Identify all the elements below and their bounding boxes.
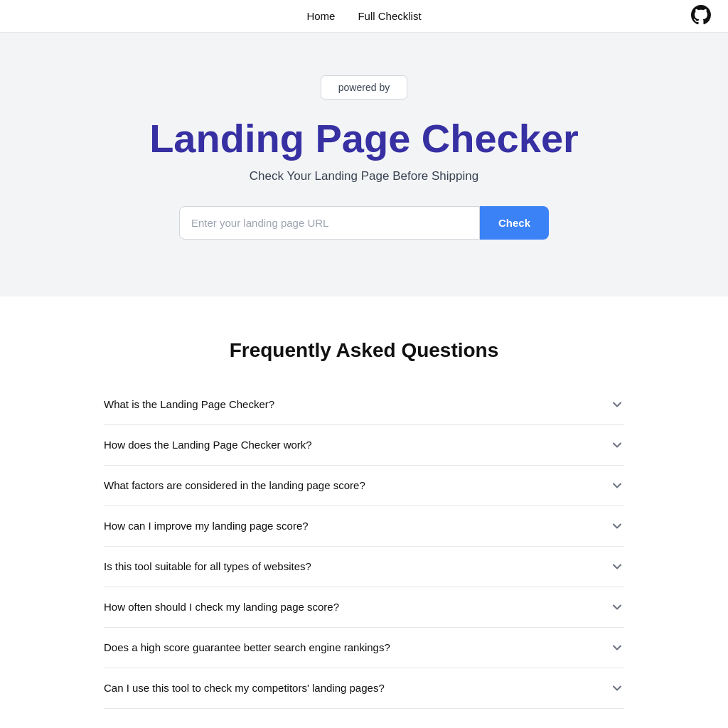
faq-section: Frequently Asked Questions What is the L… bbox=[87, 296, 641, 728]
navbar: Home Full Checklist bbox=[0, 0, 728, 33]
faq-item[interactable]: Does a high score guarantee better searc… bbox=[104, 628, 624, 668]
url-input[interactable] bbox=[179, 206, 480, 240]
faq-question: What factors are considered in the landi… bbox=[104, 479, 365, 491]
nav-full-checklist[interactable]: Full Checklist bbox=[358, 10, 421, 22]
chevron-down-icon bbox=[610, 600, 624, 614]
powered-by-badge: powered by bbox=[321, 75, 407, 100]
faq-question: Does a high score guarantee better searc… bbox=[104, 641, 390, 653]
chevron-down-icon bbox=[610, 478, 624, 493]
github-icon bbox=[691, 5, 711, 25]
chevron-down-icon bbox=[610, 519, 624, 533]
chevron-down-icon bbox=[610, 641, 624, 655]
check-button[interactable]: Check bbox=[480, 206, 549, 240]
faq-question: What is the Landing Page Checker? bbox=[104, 398, 274, 410]
search-row: Check bbox=[179, 206, 549, 240]
github-link[interactable] bbox=[691, 5, 711, 28]
hero-title: Landing Page Checker bbox=[149, 117, 579, 161]
faq-item[interactable]: How does the Landing Page Checker work? bbox=[104, 425, 624, 466]
nav-links: Home Full Checklist bbox=[306, 10, 421, 22]
chevron-down-icon bbox=[610, 560, 624, 574]
faq-question: How can I improve my landing page score? bbox=[104, 520, 309, 532]
faq-item[interactable]: Can I use this tool to check my competit… bbox=[104, 668, 624, 709]
faq-title: Frequently Asked Questions bbox=[104, 339, 624, 362]
chevron-down-icon bbox=[610, 681, 624, 695]
nav-home[interactable]: Home bbox=[306, 10, 335, 22]
faq-question: How does the Landing Page Checker work? bbox=[104, 439, 312, 451]
faq-item[interactable]: How can I improve my landing page score? bbox=[104, 506, 624, 547]
hero-subtitle: Check Your Landing Page Before Shipping bbox=[250, 169, 478, 183]
faq-item[interactable]: What factors are considered in the landi… bbox=[104, 466, 624, 506]
faq-question: How often should I check my landing page… bbox=[104, 601, 339, 613]
faq-item[interactable]: How often should I check my landing page… bbox=[104, 587, 624, 628]
faq-list: What is the Landing Page Checker? How do… bbox=[104, 385, 624, 709]
faq-question: Can I use this tool to check my competit… bbox=[104, 682, 385, 694]
faq-item[interactable]: Is this tool suitable for all types of w… bbox=[104, 547, 624, 587]
chevron-down-icon bbox=[610, 397, 624, 412]
faq-question: Is this tool suitable for all types of w… bbox=[104, 560, 311, 572]
hero-section: powered by Landing Page Checker Check Yo… bbox=[0, 33, 728, 296]
chevron-down-icon bbox=[610, 438, 624, 452]
faq-item[interactable]: What is the Landing Page Checker? bbox=[104, 385, 624, 425]
